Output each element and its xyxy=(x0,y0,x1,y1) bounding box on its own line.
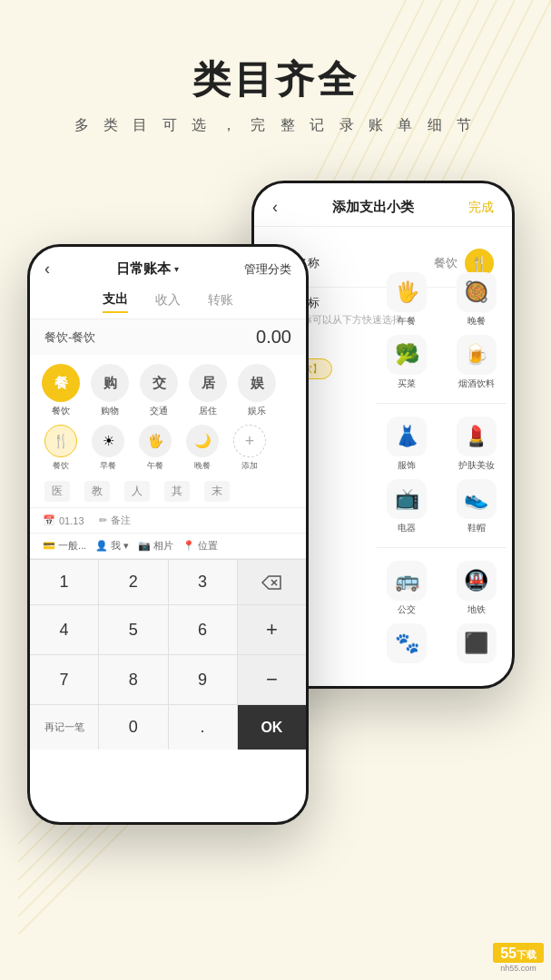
cat-shopping-text: 购 xyxy=(103,375,117,392)
clothing-label: 服饰 xyxy=(398,459,416,472)
photo-icon: 📷 xyxy=(138,540,151,552)
tab-transfer[interactable]: 转账 xyxy=(208,292,233,312)
key-7[interactable]: 7 xyxy=(30,655,98,704)
note-value: 备注 xyxy=(111,514,131,527)
account-item-card[interactable]: 💳 一般... xyxy=(43,539,86,553)
more-cat-person[interactable]: 人 xyxy=(124,481,150,502)
sub-cat-breakfast-icon: ☀ xyxy=(92,425,124,457)
alcohol-label: 烟酒饮料 xyxy=(458,377,495,390)
page-title: 类目齐全 xyxy=(0,54,551,105)
icon-item-subway[interactable]: 🚇 地铁 xyxy=(447,561,507,616)
manage-button[interactable]: 管理分类 xyxy=(244,261,291,278)
back-arrow-icon[interactable]: ‹ xyxy=(272,198,278,217)
key-3[interactable]: 3 xyxy=(169,560,237,604)
done-button[interactable]: 完成 xyxy=(468,200,494,216)
key-ok[interactable]: OK xyxy=(238,705,306,750)
key-5[interactable]: 5 xyxy=(99,605,167,654)
key-delete[interactable] xyxy=(238,560,306,604)
bus-icon-circle: 🚌 xyxy=(387,561,427,601)
tab-income[interactable]: 收入 xyxy=(155,292,181,312)
icon-item-grocery[interactable]: 🥦 买菜 xyxy=(377,335,438,390)
icon-item-alcohol[interactable]: 🍺 烟酒饮料 xyxy=(447,335,507,390)
icon-item-dinner[interactable]: 🥘 晚餐 xyxy=(447,272,507,328)
account-item-user[interactable]: 👤 我 ▾ xyxy=(95,539,129,553)
icon-item-shoes[interactable]: 👟 鞋帽 xyxy=(447,479,507,534)
icon-divider-2 xyxy=(377,547,507,548)
key-minus[interactable]: − xyxy=(238,655,306,704)
front-title-row: 日常账本 ▾ xyxy=(116,260,179,278)
sub-cat-add-icon: + xyxy=(233,425,266,457)
user-label: 我 ▾ xyxy=(111,539,129,553)
account-item-location[interactable]: 📍 位置 xyxy=(182,539,218,553)
meta-date[interactable]: 📅 01.13 xyxy=(43,514,84,526)
user-icon: 👤 xyxy=(95,540,108,552)
icon-item-clothing[interactable]: 👗 服饰 xyxy=(377,416,438,472)
date-value: 01.13 xyxy=(59,515,84,526)
icon-item-pet[interactable]: 🐾 xyxy=(377,623,438,666)
shoes-label: 鞋帽 xyxy=(467,522,486,534)
front-title: 日常账本 xyxy=(116,260,171,278)
cat-transport-text: 交 xyxy=(153,375,166,392)
key-plus[interactable]: + xyxy=(238,605,306,654)
phones-container: ‹ 添加支出小类 完成 类别名称 餐饮 🍴 分类图标 分类图标可以从下方快速选择 xyxy=(0,162,551,843)
delete-icon xyxy=(261,575,281,590)
cat-living[interactable]: 居 居住 xyxy=(186,364,230,417)
location-label: 位置 xyxy=(198,539,218,553)
icon-item-bus[interactable]: 🚌 公交 xyxy=(377,561,438,616)
cat-shopping-label: 购物 xyxy=(101,405,119,417)
more-cat-last[interactable]: 末 xyxy=(204,481,230,502)
key-8[interactable]: 8 xyxy=(99,655,167,704)
icon-item-electronics[interactable]: 📺 电器 xyxy=(377,479,438,534)
key-1[interactable]: 1 xyxy=(30,560,98,604)
more-cat-medical[interactable]: 医 xyxy=(44,481,70,502)
sub-cat-lunch[interactable]: 🖐 午餐 xyxy=(133,425,177,472)
key-0[interactable]: 0 xyxy=(99,705,167,750)
sub-cat-add[interactable]: + 添加 xyxy=(228,425,271,472)
account-row: 💳 一般... 👤 我 ▾ 📷 相片 📍 位置 xyxy=(30,534,306,559)
key-memo[interactable]: 再记一笔 xyxy=(30,705,98,750)
sub-cat-dining-icon: 🍴 xyxy=(44,425,77,457)
bus-label: 公交 xyxy=(398,603,416,616)
key-6[interactable]: 6 xyxy=(169,605,237,654)
icon-item-misc[interactable]: ⬛ xyxy=(447,623,507,666)
sub-cat-dining[interactable]: 🍴 餐饮 xyxy=(39,425,83,472)
cat-transport[interactable]: 交 交通 xyxy=(137,364,181,417)
sub-category-row: 🍴 餐饮 ☀ 早餐 🖐 午餐 🌙 晚餐 + 添加 xyxy=(30,421,306,477)
subway-label: 地铁 xyxy=(467,603,486,616)
more-cats-row: 医 教 人 其 末 xyxy=(30,477,306,507)
key-dot[interactable]: . xyxy=(169,705,237,750)
sub-cat-lunch-icon: 🖐 xyxy=(139,425,172,457)
icon-divider-1 xyxy=(377,403,507,404)
front-back-arrow-icon[interactable]: ‹ xyxy=(44,260,50,279)
header-section: 类目齐全 多 类 目 可 选 ， 完 整 记 录 账 单 细 节 xyxy=(0,0,551,153)
sub-cat-dinner-icon: 🌙 xyxy=(186,425,219,457)
sub-cat-breakfast[interactable]: ☀ 早餐 xyxy=(86,425,130,472)
sub-cat-dining-label: 餐饮 xyxy=(53,460,69,472)
key-9[interactable]: 9 xyxy=(169,655,237,704)
dropdown-arrow-icon[interactable]: ▾ xyxy=(174,264,179,274)
account-item-photo[interactable]: 📷 相片 xyxy=(138,539,173,553)
more-cat-other[interactable]: 其 xyxy=(164,481,190,502)
icon-item-lunch[interactable]: 🖐 午餐 xyxy=(377,272,438,328)
tab-expense[interactable]: 支出 xyxy=(103,291,128,313)
pet-icon-circle: 🐾 xyxy=(387,623,427,663)
icon-grid: 🖐 午餐 🥘 晚餐 🥦 买菜 🍺 烟酒饮料 xyxy=(377,272,507,666)
sub-cat-add-label: 添加 xyxy=(241,460,258,472)
watermark-label: 55下载 xyxy=(493,943,544,963)
key-2[interactable]: 2 xyxy=(99,560,167,604)
shoes-icon-circle: 👟 xyxy=(457,479,497,519)
pencil-icon: ✏ xyxy=(99,514,107,526)
meta-note[interactable]: ✏ 备注 xyxy=(99,514,131,527)
page-subtitle: 多 类 目 可 选 ， 完 整 记 录 账 单 细 节 xyxy=(0,116,551,135)
cat-entertainment[interactable]: 娱 娱乐 xyxy=(235,364,279,417)
amount-value: 0.00 xyxy=(256,327,291,348)
icon-item-beauty[interactable]: 💄 护肤美妆 xyxy=(447,416,507,472)
sub-cat-dinner[interactable]: 🌙 晚餐 xyxy=(181,425,224,472)
cat-shopping[interactable]: 购 购物 xyxy=(88,364,132,417)
cat-living-text: 居 xyxy=(202,375,215,392)
cat-catering-text: 餐 xyxy=(54,375,68,392)
key-4[interactable]: 4 xyxy=(30,605,98,654)
more-cat-education[interactable]: 教 xyxy=(84,481,110,502)
cat-shopping-icon: 购 xyxy=(91,364,129,402)
cat-catering[interactable]: 餐 餐饮 xyxy=(39,364,83,417)
